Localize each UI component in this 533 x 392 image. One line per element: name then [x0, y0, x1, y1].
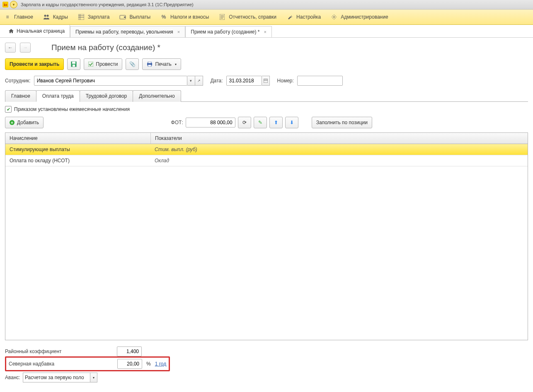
chevron-down-icon: ▾: [175, 63, 177, 66]
print-button[interactable]: Печать▾: [142, 58, 181, 70]
accruals-table: Начисление Показатели Стимулирующие выпл…: [5, 132, 528, 340]
forward-button[interactable]: →: [20, 43, 31, 53]
number-input[interactable]: [297, 76, 343, 86]
calendar-button[interactable]: [262, 76, 270, 86]
save-icon: [71, 61, 77, 67]
cell-name: Стимулирующие выплаты: [5, 144, 150, 155]
nav-nalogi[interactable]: %Налоги и взносы: [160, 14, 209, 20]
table-toolbar: +Добавить ФОТ: ⟳ ✎ ⬆ ⬇ Заполнить по пози…: [5, 117, 528, 128]
percent-unit: %: [146, 361, 151, 367]
btn-label: Печать: [155, 61, 171, 67]
dropdown-icon[interactable]: ▼: [10, 1, 17, 8]
svg-rect-15: [73, 65, 75, 67]
wallet-icon: [119, 14, 126, 20]
back-button[interactable]: ←: [5, 43, 16, 53]
subtab-label: Главное: [11, 93, 30, 99]
nav-zarplata[interactable]: Зарплата: [78, 14, 110, 20]
attach-button[interactable]: 📎: [126, 58, 139, 70]
subtab-main[interactable]: Главное: [5, 90, 36, 102]
svg-rect-7: [124, 17, 126, 18]
nav-nastroika[interactable]: Настройка: [286, 14, 321, 20]
window-titlebar: 1c ▼ Зарплата и кадры государственного у…: [0, 0, 533, 10]
window-title: Зарплата и кадры государственного учрежд…: [21, 2, 194, 7]
dropdown-button[interactable]: ▾: [187, 76, 195, 86]
home-icon: [8, 28, 14, 34]
svg-point-0: [44, 15, 46, 17]
nav-label: Настройка: [296, 14, 321, 20]
employee-row: Сотрудник: ▾ ↗ Дата: Номер:: [5, 76, 528, 86]
fill-by-position-button[interactable]: Заполнить по позиции: [312, 117, 372, 128]
nav-vyplaty[interactable]: Выплаты: [119, 14, 150, 20]
fot-label: ФОТ:: [171, 120, 183, 125]
arrow-up-icon: ⬆: [274, 120, 278, 125]
document-toolbar: Провести и закрыть Провести 📎 Печать▾: [5, 58, 528, 70]
date-input[interactable]: [226, 76, 262, 86]
monthly-accruals-checkbox[interactable]: [5, 106, 12, 113]
employee-label: Сотрудник:: [5, 78, 31, 84]
percent-icon: %: [160, 14, 167, 20]
cell-name: Оплата по окладу (НСОТ): [5, 155, 150, 166]
svg-rect-2: [78, 14, 84, 20]
subtab-payment[interactable]: Оплата труда: [36, 90, 80, 102]
tab-hires-list[interactable]: Приемы на работу, переводы, увольнения ×: [70, 26, 185, 37]
add-button[interactable]: +Добавить: [5, 117, 44, 128]
refresh-button[interactable]: ⟳: [238, 117, 251, 128]
subtab-label: Трудовой договор: [86, 93, 127, 99]
cell-indicator: Стим. выпл. (руб): [150, 144, 528, 155]
nav-admin[interactable]: Администрирование: [331, 14, 388, 20]
post-and-close-button[interactable]: Провести и закрыть: [5, 58, 64, 70]
subtab-contract[interactable]: Трудовой договор: [80, 90, 133, 102]
col-indicators: Показатели: [151, 133, 528, 144]
gear-icon: [331, 14, 337, 20]
edit-button[interactable]: ✎: [254, 117, 267, 128]
plus-icon: +: [10, 120, 15, 125]
subtab-label: Оплата труда: [42, 93, 74, 99]
post-icon: [88, 62, 93, 67]
lower-fields: Районный коэффициент Северная надбавка %…: [5, 345, 528, 382]
close-icon[interactable]: ×: [177, 29, 180, 34]
nav-label: Выплаты: [129, 14, 150, 20]
wrench-icon: [286, 14, 293, 20]
date-label: Дата:: [211, 78, 223, 84]
north-bonus-link[interactable]: 1 год: [155, 361, 167, 367]
fot-input[interactable]: [186, 118, 235, 127]
monthly-accruals-row: Приказом установлены ежемесячные начисле…: [5, 106, 528, 113]
nav-kadry[interactable]: Кадры: [43, 14, 68, 20]
avans-row: Аванс: Расчетом за первую поло ▾: [5, 373, 528, 382]
tab-label: Прием на работу (создание) *: [191, 29, 259, 35]
north-bonus-label: Северная надбавка: [9, 361, 113, 367]
checkbox-label: Приказом установлены ежемесячные начисле…: [14, 106, 130, 112]
close-icon[interactable]: ×: [264, 29, 266, 34]
printer-icon: [147, 62, 153, 67]
subtab-label: Дополнительно: [139, 93, 174, 99]
subtabs: Главное Оплата труда Трудовой договор До…: [5, 90, 528, 102]
nav-label: Налоги и взносы: [170, 14, 209, 20]
tab-home[interactable]: Начальная страница: [3, 25, 70, 37]
regional-coef-row: Районный коэффициент: [5, 345, 528, 358]
nav-main[interactable]: ≡Главное: [4, 14, 33, 20]
nav-otchet[interactable]: Отчетность, справки: [219, 14, 276, 20]
move-up-button[interactable]: ⬆: [269, 117, 283, 128]
subtab-extra[interactable]: Дополнительно: [133, 90, 181, 102]
pencil-icon: ✎: [258, 120, 262, 125]
paperclip-icon: 📎: [129, 61, 136, 67]
btn-label: Добавить: [17, 120, 39, 125]
employee-input[interactable]: [34, 76, 187, 86]
nav-label: Зарплата: [88, 14, 110, 20]
table-row[interactable]: Стимулирующие выплаты Стим. выпл. (руб): [5, 144, 528, 155]
tab-hire-create[interactable]: Прием на работу (создание) * ×: [185, 26, 272, 37]
open-button[interactable]: ↗: [195, 76, 203, 86]
save-button[interactable]: [67, 58, 80, 70]
post-button[interactable]: Провести: [84, 58, 122, 70]
document-tabs: Начальная страница Приемы на работу, пер…: [0, 25, 533, 38]
table-row[interactable]: Оплата по окладу (НСОТ) Оклад: [5, 155, 528, 166]
menu-icon: ≡: [4, 14, 11, 20]
regional-coef-input[interactable]: [117, 346, 142, 356]
avans-select[interactable]: Расчетом за первую поло ▾: [23, 373, 97, 382]
north-bonus-input[interactable]: [117, 359, 142, 369]
table-header: Начисление Показатели: [5, 133, 528, 144]
btn-label: Провести: [96, 61, 118, 67]
svg-rect-14: [72, 62, 75, 64]
svg-rect-20: [264, 79, 268, 83]
move-down-button[interactable]: ⬇: [285, 117, 298, 128]
